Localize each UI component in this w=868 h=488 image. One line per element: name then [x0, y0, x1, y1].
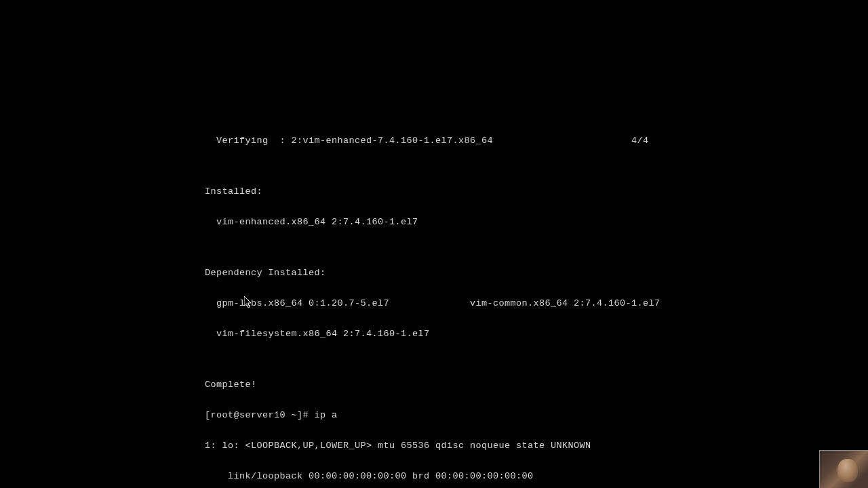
- webcam-overlay: [819, 450, 868, 488]
- line: 1: lo: <LOOPBACK,UP,LOWER_UP> mtu 65536 …: [205, 441, 666, 451]
- line: Complete!: [205, 380, 666, 390]
- line: link/loopback 00:00:00:00:00:00 brd 00:0…: [205, 471, 666, 481]
- line: vim-filesystem.x86_64 2:7.4.160-1.el7: [205, 329, 666, 339]
- line: Dependency Installed:: [205, 268, 666, 278]
- line: Verifying : 2:vim-enhanced-7.4.160-1.el7…: [205, 136, 666, 146]
- line: gpm-libs.x86_64 0:1.20.7-5.el7 vim-commo…: [205, 298, 666, 308]
- line: Installed:: [205, 186, 666, 197]
- line: [root@server10 ~]# ip a: [205, 410, 666, 420]
- line: vim-enhanced.x86_64 2:7.4.160-1.el7: [205, 217, 666, 227]
- terminal-output[interactable]: Verifying : 2:vim-enhanced-7.4.160-1.el7…: [205, 115, 666, 488]
